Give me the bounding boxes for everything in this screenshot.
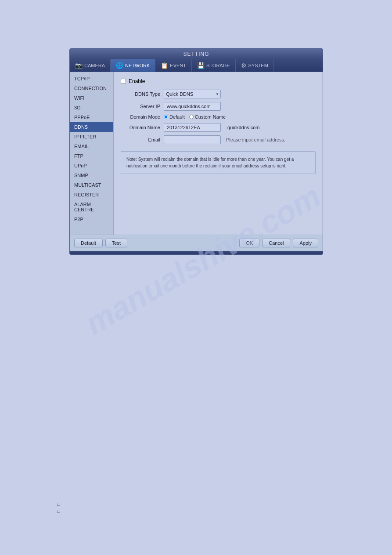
ok-button[interactable]: OK (239, 239, 259, 247)
ddns-type-label: DDNS Type (121, 91, 160, 97)
tab-event[interactable]: 📋 EVENT (155, 59, 192, 72)
sidebar-item-pppoe[interactable]: PPPoE (70, 112, 113, 122)
note-box: Note: System will reclaim the domain tha… (121, 151, 316, 174)
radio-default[interactable]: Default (164, 114, 185, 120)
bottom-note-2: □ (57, 508, 60, 514)
sidebar-item-alarm-centre[interactable]: ALARM CENTRE (70, 200, 113, 214)
default-button[interactable]: Default (74, 239, 103, 247)
enable-label: Enable (129, 78, 145, 84)
radio-custom[interactable]: Custom Name (189, 114, 226, 120)
server-ip-row: Server IP (121, 102, 316, 111)
tab-bar: 📷 CAMERA 🌐 NETWORK 📋 EVENT 💾 STORAGE ⚙ S… (70, 59, 323, 72)
email-label: Email (121, 137, 160, 142)
domain-name-label: Domain Name (121, 125, 160, 130)
tab-system[interactable]: ⚙ SYSTEM (236, 59, 274, 72)
setting-panel: SETTING 📷 CAMERA 🌐 NETWORK 📋 EVENT 💾 STO… (69, 48, 323, 255)
email-placeholder-text: Please input email address. (226, 137, 285, 142)
tab-system-label: SYSTEM (248, 63, 268, 68)
domain-name-suffix: .quickddns.com (226, 125, 259, 130)
btn-group-right: OK Cancel Apply (239, 239, 318, 247)
system-icon: ⚙ (241, 62, 247, 69)
test-button[interactable]: Test (105, 239, 127, 247)
bottom-notes: □ □ (57, 501, 60, 515)
enable-row: Enable (121, 78, 316, 84)
sidebar-item-3g[interactable]: 3G (70, 103, 113, 112)
domain-mode-radio-group: Default Custom Name (164, 114, 226, 120)
email-row: Email Please input email address. (121, 135, 316, 144)
tab-storage[interactable]: 💾 STORAGE (192, 59, 236, 72)
ddns-type-select[interactable]: Quick DDNS (164, 90, 221, 98)
sidebar-item-ddns[interactable]: DDNS (70, 122, 113, 132)
sidebar: TCP/IP CONNECTION WIFI 3G PPPoE DDNS IP … (70, 72, 114, 235)
title-bar: SETTING (70, 49, 323, 59)
tab-network-label: NETWORK (125, 63, 150, 68)
panel-title: SETTING (183, 51, 209, 57)
radio-default-label: Default (169, 114, 185, 120)
note-text: Note: System will reclaim the domain tha… (126, 157, 294, 168)
bottom-note-1: □ (57, 501, 60, 507)
email-input[interactable] (164, 135, 221, 144)
sidebar-item-snmp[interactable]: SNMP (70, 170, 113, 180)
apply-button[interactable]: Apply (293, 239, 318, 247)
network-icon: 🌐 (116, 62, 123, 69)
sidebar-item-email[interactable]: EMAIL (70, 141, 113, 151)
sidebar-item-ip-filter[interactable]: IP FILTER (70, 132, 113, 141)
sidebar-item-tcp-ip[interactable]: TCP/IP (70, 74, 113, 83)
tab-event-label: EVENT (170, 63, 186, 68)
domain-mode-row: Domain Mode Default Custom Name (121, 114, 316, 120)
tab-storage-label: STORAGE (206, 63, 230, 68)
main-panel: Enable DDNS Type Quick DDNS Server IP Do… (114, 72, 323, 235)
radio-custom-input[interactable] (189, 115, 194, 119)
sidebar-item-upnp[interactable]: UPnP (70, 161, 113, 170)
sidebar-item-multicast[interactable]: MULTICAST (70, 180, 113, 190)
event-icon: 📋 (161, 62, 168, 69)
server-ip-input[interactable] (164, 102, 221, 111)
domain-name-input[interactable] (164, 123, 221, 132)
tab-camera[interactable]: 📷 CAMERA (70, 59, 111, 72)
ddns-type-row: DDNS Type Quick DDNS (121, 90, 316, 98)
camera-icon: 📷 (75, 62, 83, 69)
cancel-button[interactable]: Cancel (262, 239, 290, 247)
sidebar-item-register[interactable]: REGISTER (70, 190, 113, 200)
ddns-type-select-wrapper: Quick DDNS (164, 90, 221, 98)
tab-camera-label: CAMERA (84, 63, 105, 68)
radio-custom-label: Custom Name (195, 114, 226, 120)
radio-default-input[interactable] (164, 115, 168, 119)
footer-bar (70, 251, 323, 254)
sidebar-item-connection[interactable]: CONNECTION (70, 83, 113, 93)
tab-network[interactable]: 🌐 NETWORK (111, 59, 155, 72)
content-area: TCP/IP CONNECTION WIFI 3G PPPoE DDNS IP … (70, 72, 323, 235)
btn-group-left: Default Test (74, 239, 127, 247)
enable-checkbox[interactable] (121, 79, 126, 84)
sidebar-item-ftp[interactable]: FTP (70, 151, 113, 161)
button-row: Default Test OK Cancel Apply (70, 235, 323, 251)
sidebar-item-wifi[interactable]: WIFI (70, 93, 113, 103)
domain-name-row: Domain Name .quickddns.com (121, 123, 316, 132)
domain-mode-label: Domain Mode (121, 114, 160, 120)
server-ip-label: Server IP (121, 104, 160, 109)
storage-icon: 💾 (197, 62, 205, 69)
sidebar-item-p2p[interactable]: P2P (70, 214, 113, 224)
